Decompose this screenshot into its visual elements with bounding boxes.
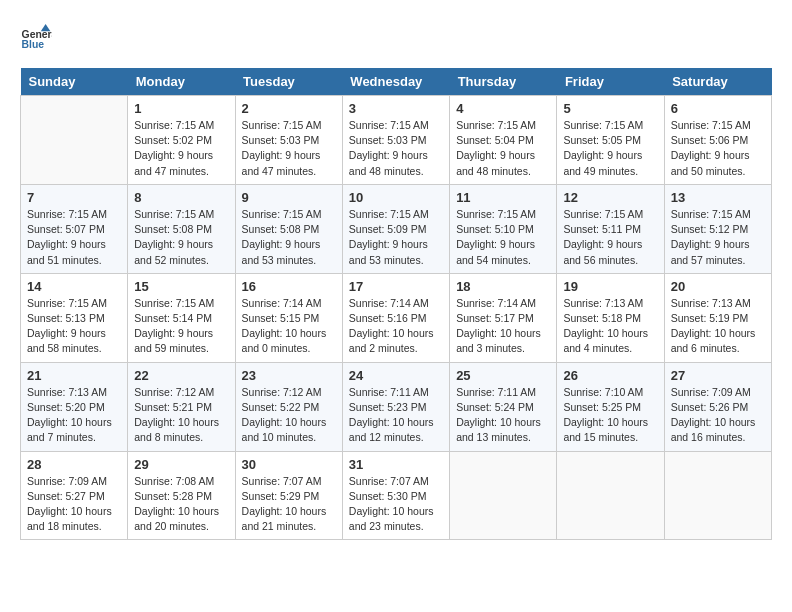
day-info: Sunrise: 7:15 AM Sunset: 5:04 PM Dayligh… [456,118,550,179]
calendar-cell: 15Sunrise: 7:15 AM Sunset: 5:14 PM Dayli… [128,273,235,362]
weekday-header-thursday: Thursday [450,68,557,96]
calendar-cell [21,96,128,185]
calendar-cell: 2Sunrise: 7:15 AM Sunset: 5:03 PM Daylig… [235,96,342,185]
day-number: 1 [134,101,228,116]
day-number: 2 [242,101,336,116]
day-info: Sunrise: 7:10 AM Sunset: 5:25 PM Dayligh… [563,385,657,446]
calendar-cell: 21Sunrise: 7:13 AM Sunset: 5:20 PM Dayli… [21,362,128,451]
day-info: Sunrise: 7:15 AM Sunset: 5:09 PM Dayligh… [349,207,443,268]
day-info: Sunrise: 7:12 AM Sunset: 5:22 PM Dayligh… [242,385,336,446]
calendar-week-row: 28Sunrise: 7:09 AM Sunset: 5:27 PM Dayli… [21,451,772,540]
day-number: 28 [27,457,121,472]
day-number: 24 [349,368,443,383]
day-info: Sunrise: 7:15 AM Sunset: 5:14 PM Dayligh… [134,296,228,357]
calendar-cell: 29Sunrise: 7:08 AM Sunset: 5:28 PM Dayli… [128,451,235,540]
calendar-cell: 28Sunrise: 7:09 AM Sunset: 5:27 PM Dayli… [21,451,128,540]
weekday-header-wednesday: Wednesday [342,68,449,96]
weekday-header-sunday: Sunday [21,68,128,96]
page-header: General Blue [20,20,772,52]
calendar-cell: 6Sunrise: 7:15 AM Sunset: 5:06 PM Daylig… [664,96,771,185]
day-number: 9 [242,190,336,205]
day-info: Sunrise: 7:15 AM Sunset: 5:10 PM Dayligh… [456,207,550,268]
calendar-cell: 12Sunrise: 7:15 AM Sunset: 5:11 PM Dayli… [557,184,664,273]
calendar-cell: 25Sunrise: 7:11 AM Sunset: 5:24 PM Dayli… [450,362,557,451]
weekday-header-monday: Monday [128,68,235,96]
calendar-cell: 31Sunrise: 7:07 AM Sunset: 5:30 PM Dayli… [342,451,449,540]
day-number: 31 [349,457,443,472]
day-info: Sunrise: 7:13 AM Sunset: 5:18 PM Dayligh… [563,296,657,357]
day-number: 12 [563,190,657,205]
calendar-week-row: 1Sunrise: 7:15 AM Sunset: 5:02 PM Daylig… [21,96,772,185]
calendar-cell: 11Sunrise: 7:15 AM Sunset: 5:10 PM Dayli… [450,184,557,273]
day-info: Sunrise: 7:09 AM Sunset: 5:27 PM Dayligh… [27,474,121,535]
day-info: Sunrise: 7:15 AM Sunset: 5:06 PM Dayligh… [671,118,765,179]
calendar-cell: 8Sunrise: 7:15 AM Sunset: 5:08 PM Daylig… [128,184,235,273]
day-number: 27 [671,368,765,383]
day-number: 3 [349,101,443,116]
day-number: 14 [27,279,121,294]
day-info: Sunrise: 7:15 AM Sunset: 5:12 PM Dayligh… [671,207,765,268]
day-number: 8 [134,190,228,205]
day-info: Sunrise: 7:15 AM Sunset: 5:08 PM Dayligh… [134,207,228,268]
day-info: Sunrise: 7:09 AM Sunset: 5:26 PM Dayligh… [671,385,765,446]
calendar-cell: 22Sunrise: 7:12 AM Sunset: 5:21 PM Dayli… [128,362,235,451]
calendar-cell: 26Sunrise: 7:10 AM Sunset: 5:25 PM Dayli… [557,362,664,451]
day-info: Sunrise: 7:15 AM Sunset: 5:11 PM Dayligh… [563,207,657,268]
calendar-table: SundayMondayTuesdayWednesdayThursdayFrid… [20,68,772,540]
day-number: 21 [27,368,121,383]
day-info: Sunrise: 7:15 AM Sunset: 5:07 PM Dayligh… [27,207,121,268]
day-info: Sunrise: 7:13 AM Sunset: 5:19 PM Dayligh… [671,296,765,357]
calendar-cell: 24Sunrise: 7:11 AM Sunset: 5:23 PM Dayli… [342,362,449,451]
svg-marker-2 [41,24,51,31]
day-info: Sunrise: 7:14 AM Sunset: 5:17 PM Dayligh… [456,296,550,357]
day-info: Sunrise: 7:15 AM Sunset: 5:05 PM Dayligh… [563,118,657,179]
calendar-cell: 5Sunrise: 7:15 AM Sunset: 5:05 PM Daylig… [557,96,664,185]
logo: General Blue [20,20,52,52]
weekday-header-saturday: Saturday [664,68,771,96]
calendar-cell: 27Sunrise: 7:09 AM Sunset: 5:26 PM Dayli… [664,362,771,451]
day-info: Sunrise: 7:15 AM Sunset: 5:02 PM Dayligh… [134,118,228,179]
day-number: 29 [134,457,228,472]
day-number: 4 [456,101,550,116]
day-number: 23 [242,368,336,383]
calendar-cell: 23Sunrise: 7:12 AM Sunset: 5:22 PM Dayli… [235,362,342,451]
day-info: Sunrise: 7:14 AM Sunset: 5:16 PM Dayligh… [349,296,443,357]
day-info: Sunrise: 7:15 AM Sunset: 5:13 PM Dayligh… [27,296,121,357]
calendar-cell: 16Sunrise: 7:14 AM Sunset: 5:15 PM Dayli… [235,273,342,362]
day-info: Sunrise: 7:14 AM Sunset: 5:15 PM Dayligh… [242,296,336,357]
day-info: Sunrise: 7:13 AM Sunset: 5:20 PM Dayligh… [27,385,121,446]
calendar-cell: 19Sunrise: 7:13 AM Sunset: 5:18 PM Dayli… [557,273,664,362]
svg-text:Blue: Blue [22,39,45,50]
day-info: Sunrise: 7:15 AM Sunset: 5:03 PM Dayligh… [349,118,443,179]
calendar-cell: 10Sunrise: 7:15 AM Sunset: 5:09 PM Dayli… [342,184,449,273]
day-info: Sunrise: 7:12 AM Sunset: 5:21 PM Dayligh… [134,385,228,446]
day-info: Sunrise: 7:07 AM Sunset: 5:30 PM Dayligh… [349,474,443,535]
calendar-cell: 18Sunrise: 7:14 AM Sunset: 5:17 PM Dayli… [450,273,557,362]
logo-icon: General Blue [20,20,52,52]
calendar-cell: 17Sunrise: 7:14 AM Sunset: 5:16 PM Dayli… [342,273,449,362]
day-number: 19 [563,279,657,294]
calendar-cell [450,451,557,540]
day-number: 18 [456,279,550,294]
day-number: 6 [671,101,765,116]
calendar-cell: 4Sunrise: 7:15 AM Sunset: 5:04 PM Daylig… [450,96,557,185]
day-number: 20 [671,279,765,294]
day-number: 7 [27,190,121,205]
day-number: 22 [134,368,228,383]
day-number: 25 [456,368,550,383]
calendar-cell: 14Sunrise: 7:15 AM Sunset: 5:13 PM Dayli… [21,273,128,362]
day-number: 30 [242,457,336,472]
day-number: 11 [456,190,550,205]
day-number: 13 [671,190,765,205]
calendar-cell: 9Sunrise: 7:15 AM Sunset: 5:08 PM Daylig… [235,184,342,273]
day-info: Sunrise: 7:11 AM Sunset: 5:24 PM Dayligh… [456,385,550,446]
day-number: 17 [349,279,443,294]
day-number: 10 [349,190,443,205]
weekday-header-tuesday: Tuesday [235,68,342,96]
calendar-week-row: 14Sunrise: 7:15 AM Sunset: 5:13 PM Dayli… [21,273,772,362]
day-info: Sunrise: 7:08 AM Sunset: 5:28 PM Dayligh… [134,474,228,535]
calendar-cell: 1Sunrise: 7:15 AM Sunset: 5:02 PM Daylig… [128,96,235,185]
weekday-header-row: SundayMondayTuesdayWednesdayThursdayFrid… [21,68,772,96]
day-info: Sunrise: 7:15 AM Sunset: 5:03 PM Dayligh… [242,118,336,179]
weekday-header-friday: Friday [557,68,664,96]
